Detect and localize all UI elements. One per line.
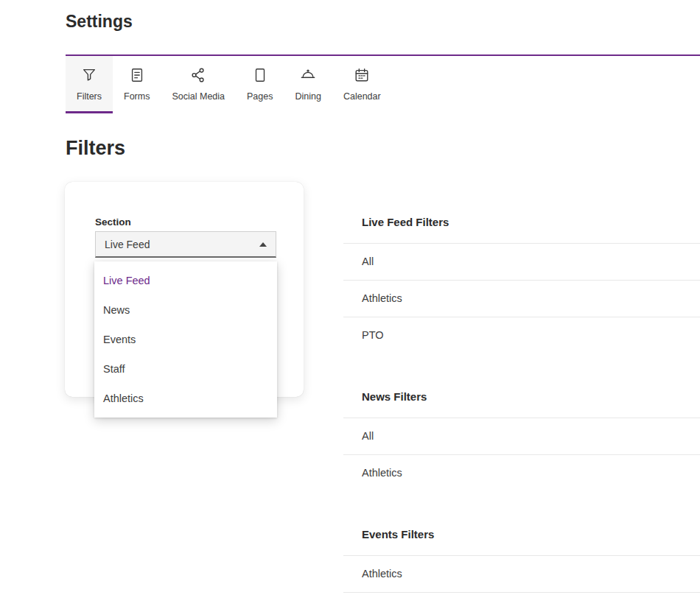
filter-icon — [81, 67, 97, 83]
filter-group-title: News Filters — [343, 383, 700, 418]
filter-group-title: Events Filters — [343, 521, 700, 555]
tab-label: Calendar — [343, 91, 381, 102]
dropdown-option-news[interactable]: News — [94, 295, 277, 325]
dropdown-option-staff[interactable]: Staff — [94, 354, 277, 384]
form-document-icon — [129, 67, 145, 83]
filter-list-item: All — [343, 418, 700, 454]
tab-label: Pages — [247, 91, 273, 102]
filter-group-title: Live Feed Filters — [343, 208, 700, 243]
filter-group-live-feed: Live Feed Filters All Athletics PTO — [343, 208, 700, 353]
section-select[interactable]: Live Feed — [95, 231, 276, 258]
section-select-value: Live Feed — [105, 239, 150, 250]
tab-filters[interactable]: Filters — [66, 56, 113, 113]
calendar-icon — [354, 67, 370, 83]
tab-label: Social Media — [172, 91, 225, 102]
tab-dining[interactable]: Dining — [284, 56, 332, 113]
dropdown-option-events[interactable]: Events — [94, 325, 277, 354]
page-title: Settings — [66, 12, 133, 32]
dropdown-option-live-feed[interactable]: Live Feed — [94, 266, 277, 295]
section-field-label: Section — [95, 216, 131, 228]
tab-social-media[interactable]: Social Media — [161, 56, 236, 113]
filter-group-events: Events Filters Athletics — [343, 521, 700, 593]
tab-label: Forms — [124, 91, 150, 102]
filter-list-item: Athletics — [343, 280, 700, 317]
caret-up-icon — [259, 242, 267, 247]
page-icon — [252, 67, 268, 83]
filter-list-item: Athletics — [343, 555, 700, 592]
tab-forms[interactable]: Forms — [113, 56, 161, 113]
tab-label: Dining — [295, 91, 321, 102]
filter-list-item: All — [343, 243, 700, 280]
tab-calendar[interactable]: Calendar — [332, 56, 392, 113]
filter-list-item: PTO — [343, 317, 700, 353]
settings-tab-bar: Filters Forms Social Media — [66, 56, 392, 113]
filters-list-panel: Live Feed Filters All Athletics PTO News… — [343, 208, 700, 595]
section-dropdown-menu: Live Feed News Events Staff Athletics — [94, 261, 277, 418]
filters-page-heading: Filters — [66, 137, 125, 160]
dropdown-option-athletics[interactable]: Athletics — [94, 384, 277, 413]
filter-group-news: News Filters All Athletics — [343, 383, 700, 491]
row-divider — [343, 592, 700, 593]
settings-page: Settings Filters Forms — [0, 0, 700, 595]
tab-label: Filters — [77, 91, 102, 102]
tab-pages[interactable]: Pages — [236, 56, 284, 113]
dining-icon — [300, 67, 316, 83]
share-icon — [190, 67, 206, 83]
filter-list-item: Athletics — [343, 454, 700, 491]
